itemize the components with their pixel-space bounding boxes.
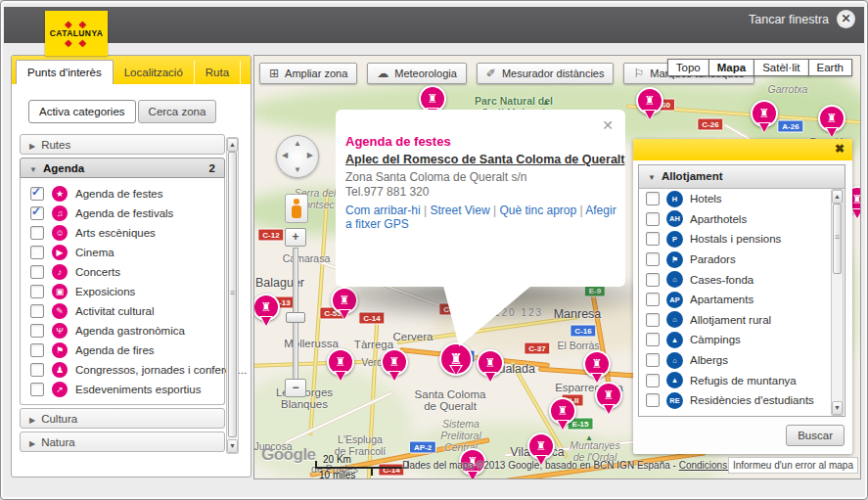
sidebar-scrollbar[interactable]: ▲ ▼ — [226, 137, 239, 454]
popup-title-link[interactable]: Aplec del Romesco de Santa Coloma de Que… — [345, 153, 625, 166]
lodging-checkbox[interactable] — [646, 313, 660, 327]
road-shield: AP-2 — [409, 441, 436, 454]
sidebar-tab[interactable]: Punts d'interès — [16, 60, 114, 84]
lodging-checkbox[interactable] — [646, 374, 660, 387]
scale-miles-label: 10 miles — [319, 470, 355, 479]
poi-marker[interactable]: ♜ — [327, 348, 354, 376]
pan-control[interactable]: ▲ ▼ ◀ ▶ — [276, 135, 319, 178]
category-checkbox[interactable] — [30, 226, 44, 240]
category-checkbox[interactable] — [30, 324, 44, 338]
category-checkbox[interactable] — [30, 343, 44, 357]
category-item: Ψ Agenda gastronòmica — [21, 321, 224, 341]
category-checkbox[interactable] — [30, 304, 44, 318]
poi-marker[interactable]: ♜ — [439, 342, 473, 376]
street-view-pegman[interactable] — [285, 194, 308, 223]
widget-close-icon[interactable]: ✖ — [835, 142, 845, 156]
lodging-checkbox[interactable] — [646, 393, 660, 407]
search-zone-button[interactable]: Cerca zona — [138, 100, 217, 123]
poi-marker[interactable]: ♜ — [583, 350, 611, 378]
categories-scroll-area: ▶Rutes ▼Agenda2 ★ Agenda de festes ♫ Age… — [12, 134, 251, 465]
poi-marker[interactable]: ♜ — [595, 382, 622, 409]
widget-title-bar[interactable]: ✖ — [633, 139, 852, 160]
group-cultura[interactable]: ▶Cultura — [20, 408, 225, 429]
scrollbar-thumb[interactable] — [833, 204, 842, 274]
search-button[interactable]: Buscar — [786, 425, 845, 446]
info-popup: ✕ Agenda de festes Aplec del Romesco de … — [336, 110, 625, 287]
lodging-checkbox[interactable] — [646, 232, 660, 246]
poi-marker[interactable]: ♜ — [253, 294, 280, 321]
lodging-checkbox[interactable] — [646, 212, 660, 226]
map-tool-button[interactable]: ⊞Ampliar zona — [259, 63, 357, 84]
category-icon: ♫ — [52, 205, 68, 221]
map-type-button[interactable]: Satèl·lit — [754, 59, 808, 76]
poi-marker[interactable]: ♜ — [549, 397, 576, 425]
allotjament-items: H Hotels AH Aparthotels P Hostals i pens… — [639, 189, 845, 411]
pan-right-icon[interactable]: ▶ — [307, 151, 313, 159]
category-checkbox[interactable] — [30, 206, 44, 220]
scroll-up-icon[interactable]: ▲ — [832, 190, 843, 204]
lodging-label: Apartaments — [690, 294, 754, 305]
popup-action-link[interactable]: Què tinc aprop — [499, 204, 576, 217]
popup-action-link[interactable]: Street View — [430, 204, 489, 217]
map-type-button[interactable]: Topo — [667, 59, 709, 76]
map-tool-button[interactable]: ✐Mesurador distàncies — [477, 63, 615, 84]
pan-left-icon[interactable]: ◀ — [282, 151, 288, 159]
lodging-checkbox[interactable] — [646, 333, 660, 346]
road-shield: C-14 — [378, 464, 404, 477]
map-canvas[interactable]: RipollBesalúGarrotxaParc Natural del Cad… — [253, 55, 861, 479]
scroll-up-icon[interactable]: ▲ — [227, 138, 238, 152]
marker-icon: ♜ — [759, 107, 770, 120]
lodging-checkbox[interactable] — [646, 353, 660, 367]
category-item: ↗ Esdeveniments esportius — [21, 380, 224, 399]
sidebar-tab[interactable]: Localització — [114, 61, 195, 84]
category-checkbox[interactable] — [30, 265, 44, 279]
scroll-down-icon[interactable]: ▼ — [832, 401, 843, 415]
pan-up-icon[interactable]: ▲ — [294, 139, 301, 148]
popup-close-icon[interactable]: ✕ — [602, 117, 614, 133]
lodging-checkbox[interactable] — [646, 252, 660, 266]
zoom-in-button[interactable]: + — [285, 228, 306, 247]
group-natura[interactable]: ▶Natura — [20, 432, 225, 452]
category-checkbox[interactable] — [30, 285, 44, 298]
category-checkbox[interactable] — [30, 187, 44, 201]
marker-icon: ♜ — [449, 350, 462, 367]
group-allotjament[interactable]: ▼Allotjament — [639, 165, 845, 189]
map-type-button[interactable]: Mapa — [708, 59, 754, 76]
link-separator: | — [490, 204, 500, 217]
report-map-error-link[interactable]: Informeu d'un error al mapa — [728, 457, 858, 474]
lodging-checkbox[interactable] — [646, 273, 660, 287]
scroll-down-icon[interactable]: ▼ — [227, 439, 238, 453]
group-rutes[interactable]: ▶Rutes — [20, 134, 225, 155]
zoom-out-button[interactable]: − — [285, 379, 306, 397]
poi-marker[interactable]: ♜ — [751, 100, 778, 127]
lodging-checkbox[interactable] — [646, 293, 660, 306]
poi-marker[interactable]: ♜ — [636, 87, 663, 114]
zoom-slider-handle[interactable] — [286, 312, 305, 323]
group-agenda[interactable]: ▼Agenda2 — [20, 158, 225, 178]
map-tool-button[interactable]: ☁Meteorologia — [367, 63, 467, 84]
road-shield: C-37 — [524, 342, 550, 355]
popup-action-link[interactable]: Com arribar-hi — [345, 204, 421, 217]
expanded-arrow-icon: ▼ — [648, 173, 656, 182]
category-icon: ☺ — [52, 225, 68, 241]
map-place-label: El Borràs — [557, 340, 599, 351]
poi-marker[interactable]: ♜ — [381, 348, 408, 376]
category-checkbox[interactable] — [30, 363, 44, 377]
poi-marker[interactable]: ♜ — [477, 349, 504, 377]
scrollbar-thumb[interactable] — [228, 152, 237, 437]
poi-marker[interactable]: ♜ — [419, 85, 446, 113]
category-checkbox[interactable] — [30, 383, 44, 396]
sidebar-tab[interactable]: Ruta — [195, 61, 241, 84]
close-window-icon[interactable]: ✕ — [837, 10, 855, 28]
poi-marker[interactable]: ♜ — [527, 432, 555, 460]
road-shield: A-26 — [777, 120, 803, 133]
poi-marker[interactable]: ♜ — [818, 105, 845, 132]
lodging-checkbox[interactable] — [646, 192, 660, 205]
pan-down-icon[interactable]: ▼ — [294, 165, 301, 174]
category-checkbox[interactable] — [30, 246, 44, 259]
map-type-button[interactable]: Earth — [808, 59, 853, 76]
widget-scrollbar[interactable]: ▲ ▼ — [831, 189, 844, 416]
expanded-arrow-icon: ▼ — [29, 165, 37, 174]
category-label: Agenda gastronòmica — [75, 325, 185, 337]
activate-categories-button[interactable]: Activa categories — [28, 100, 136, 123]
